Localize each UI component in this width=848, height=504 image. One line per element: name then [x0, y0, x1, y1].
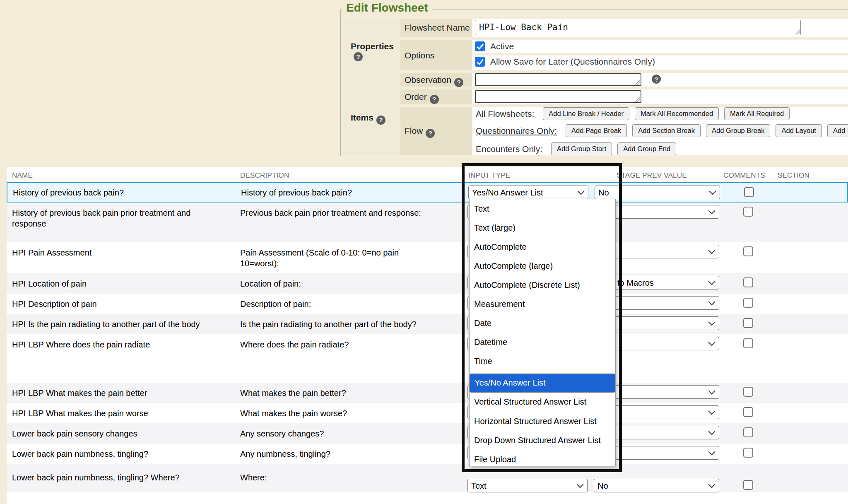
help-icon[interactable]	[426, 129, 435, 138]
help-icon[interactable]	[430, 95, 439, 104]
section-cell	[774, 464, 848, 492]
comments-checkbox[interactable]	[743, 387, 753, 397]
table-row[interactable]: HPI Description of pain Description of p…	[7, 294, 848, 314]
table-body: History of previous back pain? History o…	[7, 182, 848, 492]
chevron-down-icon	[708, 408, 716, 415]
chevron-down-icon	[709, 188, 716, 195]
comments-checkbox[interactable]	[743, 207, 753, 217]
table-row[interactable]: Lower back pain numbness, tingling? Wher…	[7, 464, 848, 492]
dropdown-option[interactable]: Text (large)	[470, 218, 615, 237]
dropdown-option[interactable]: Drop Down Structured Answer List	[470, 431, 615, 450]
section-cell	[774, 294, 848, 314]
comments-checkbox[interactable]	[743, 480, 753, 490]
flow-group-label: Encounters Only:	[476, 144, 542, 154]
dropdown-option[interactable]: Horizontal Structured Answer List	[470, 412, 615, 431]
chevron-down-icon	[708, 388, 716, 395]
chevron-down-icon	[708, 207, 716, 215]
dropdown-option[interactable]: File Upload	[470, 450, 615, 466]
table-row[interactable]: HPI Pain Assessment Pain Assessment (Sca…	[7, 242, 848, 273]
input-type-select[interactable]: Yes/No Answer List	[468, 186, 588, 199]
dropdown-option[interactable]: AutoComplete	[470, 237, 615, 256]
dropdown-option[interactable]: Vertical Structured Answer List	[470, 393, 615, 412]
item-description: Where:	[236, 464, 464, 492]
flow-content: All Flowsheets: Add Line Break / HeaderM…	[472, 107, 848, 155]
edit-flowsheet-panel: Edit Flowsheet Properties Items Flowshee…	[340, 10, 848, 156]
section-cell	[774, 423, 848, 444]
allow-save-checkbox[interactable]	[475, 57, 485, 67]
flow-action-button[interactable]: Add Group End	[617, 142, 676, 155]
help-icon[interactable]	[652, 75, 661, 84]
table-row[interactable]: Lower back pain numbness, tingling? Any …	[7, 444, 848, 464]
comments-checkbox[interactable]	[743, 318, 753, 328]
dropdown-option[interactable]: AutoComplete (large)	[470, 256, 615, 275]
comments-checkbox[interactable]	[744, 187, 754, 197]
help-icon[interactable]	[354, 52, 363, 61]
flow-action-button[interactable]: Add Layout	[776, 124, 822, 137]
comments-checkbox[interactable]	[743, 448, 753, 458]
dropdown-option[interactable]: Datetime	[470, 333, 615, 352]
dropdown-option[interactable]: Yes/No Answer List	[470, 374, 615, 393]
chevron-down-icon	[708, 449, 716, 456]
flow-action-button[interactable]: Add Scriptlet	[827, 124, 848, 137]
comments-checkbox[interactable]	[743, 427, 753, 437]
flow-action-button[interactable]: Add Page Break	[566, 124, 627, 137]
item-name: HPI LBP Where does the pain radiate	[7, 334, 236, 383]
help-icon[interactable]	[376, 116, 385, 125]
flow-group-label: All Flowsheets:	[476, 109, 534, 119]
table-row[interactable]: Lower back pain sensory changes Any sens…	[7, 423, 848, 444]
column-header: SECTION	[774, 167, 848, 182]
input-type-select[interactable]: Text	[467, 479, 588, 492]
stage-prev-value-select[interactable]: No	[594, 479, 719, 492]
item-description: Location of pain:	[236, 273, 464, 294]
table-row[interactable]: HPI Is the pain radiating to another par…	[7, 314, 848, 334]
flow-action-button[interactable]: Add Line Break / Header	[543, 107, 629, 120]
table-row[interactable]: History of previous back pain? History o…	[7, 182, 848, 203]
comments-checkbox[interactable]	[743, 407, 753, 417]
items-table: NAMEDESCRIPTIONINPUT TYPESTAGE PREV VALU…	[7, 167, 848, 504]
comments-checkbox[interactable]	[743, 298, 753, 308]
active-checkbox[interactable]	[475, 41, 485, 51]
table-row[interactable]: HPI LBP What makes the pain better What …	[7, 383, 848, 403]
flow-group-label: Questionnaires Only:	[476, 126, 557, 136]
comments-checkbox[interactable]	[743, 338, 753, 348]
item-name: HPI LBP What makes the pain better	[7, 383, 236, 403]
order-label-cell: Order	[400, 89, 472, 104]
observation-input[interactable]	[475, 73, 641, 86]
table-row[interactable]: History of previous back pain prior trea…	[7, 203, 848, 242]
properties-label: Properties	[351, 41, 394, 51]
table-row[interactable]: HPI LBP What makes the pain worse What m…	[7, 403, 848, 423]
flow-action-button[interactable]: Mark All Recommended	[635, 107, 719, 120]
item-description: Is the pain radiating to another part of…	[236, 314, 464, 334]
flow-action-button[interactable]: Mark All Required	[724, 107, 790, 120]
table-row[interactable]: HPI Location of pain Location of pain: t…	[7, 273, 848, 294]
dropdown-option[interactable]: Time	[470, 352, 615, 371]
active-label: Active	[490, 41, 514, 51]
item-description: Description of pain:	[236, 294, 464, 314]
input-type-dropdown: TextText (large)AutoCompleteAutoComplete…	[469, 199, 616, 466]
section-cell	[774, 403, 848, 423]
section-cell	[775, 183, 847, 202]
flow-action-button[interactable]: Add Group Break	[706, 124, 771, 137]
flowsheet-name-input[interactable]: HPI-Low Back Pain	[475, 20, 801, 35]
column-header: DESCRIPTION	[236, 167, 464, 182]
dropdown-option[interactable]: Date	[470, 314, 615, 333]
comments-checkbox[interactable]	[743, 246, 753, 256]
comments-checkbox[interactable]	[743, 277, 753, 287]
chevron-down-icon	[577, 481, 584, 488]
dropdown-option[interactable]: Measurement	[470, 294, 615, 313]
column-header: STAGE PREV VALUE	[593, 167, 721, 182]
table-row[interactable]: HPI LBP Where does the pain radiate Wher…	[7, 334, 848, 383]
section-cell	[774, 334, 848, 383]
options-label-cell: Options	[400, 40, 472, 70]
dropdown-option[interactable]: Text	[470, 199, 615, 218]
items-label: Items	[351, 113, 373, 122]
flow-action-button[interactable]: Add Group Start	[551, 142, 612, 155]
help-icon[interactable]	[454, 78, 463, 87]
item-name: Lower back pain numbness, tingling? Wher…	[7, 464, 236, 492]
dropdown-option[interactable]: AutoComplete (Discrete List)	[470, 275, 615, 294]
order-input[interactable]	[475, 90, 641, 103]
chevron-down-icon	[708, 247, 716, 254]
flow-action-button[interactable]: Add Section Break	[632, 124, 701, 137]
item-description: Any numbness, tingling?	[236, 444, 464, 464]
stage-prev-value-select[interactable]: No	[595, 186, 720, 199]
